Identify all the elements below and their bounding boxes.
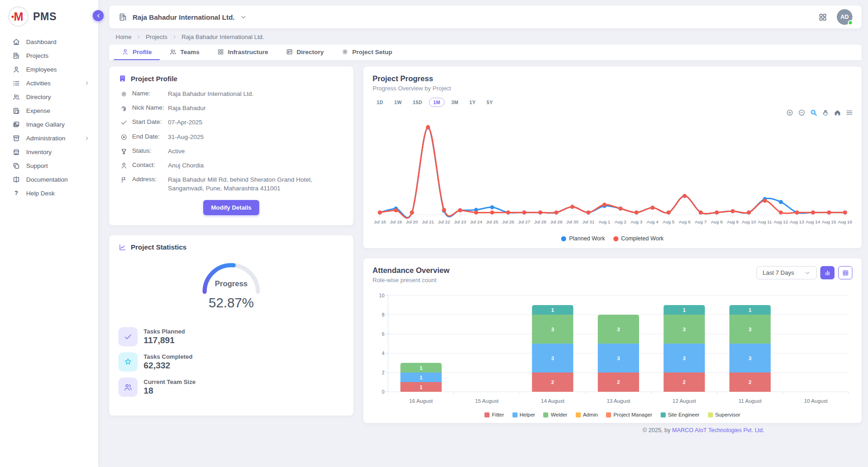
pan-icon[interactable] [822,109,829,117]
zoom-in-icon[interactable] [786,109,794,117]
legend-label: Helper [520,412,535,417]
svg-text:16 August: 16 August [409,398,433,404]
sidebar-item-projects[interactable]: Projects [0,49,98,62]
gauge-label: Progress [215,279,248,288]
attendance-range-select[interactable]: Last 7 Days [757,266,817,279]
tab-profile[interactable]: Profile [114,44,160,60]
field-value: Anuj Chordia [168,161,204,170]
svg-text:Aug 2: Aug 2 [615,219,627,224]
person-icon [120,162,128,169]
project-progress-subtitle: Progress Overview by Project [373,85,852,92]
fingerprint-icon [120,105,128,112]
sidebar-item-image-gallary[interactable]: Image Gallary [0,117,98,131]
breadcrumb-item-home[interactable]: Home [116,33,132,40]
project-progress-card: Project Progress Progress Overview by Pr… [363,67,862,248]
legend-completed-work[interactable]: Completed Work [613,235,664,242]
legend-fitter[interactable]: Fitter [484,412,504,417]
legend-admin[interactable]: Admin [576,412,598,417]
legend-dot [613,236,618,241]
sidebar-item-label: Inventory [26,149,52,156]
footer-text: © 2025, by [643,427,672,434]
tab-label: Profile [133,49,152,56]
bar-view-button[interactable] [820,266,835,279]
field-value: 07-Apr-2025 [168,118,202,127]
sidebar-item-label: Administration [26,135,66,142]
field-value: Raja Bahadur Mill Rd, behind Sheraton Gr… [168,176,338,192]
modify-details-button[interactable]: Modify Details [203,200,259,215]
legend-welder[interactable]: Welder [543,412,567,417]
footer-link[interactable]: MARCO AIoT Technologies Pvt. Ltd. [672,427,764,434]
svg-text:1: 1 [683,307,685,313]
app-name: PMS [33,11,56,23]
svg-text:1: 1 [420,384,423,390]
svg-text:Jul 19: Jul 19 [390,219,402,224]
breadcrumb-item-projects[interactable]: Projects [146,33,167,40]
svg-text:Jul 24: Jul 24 [470,219,483,224]
chevron-down-icon [804,270,811,276]
sidebar-item-expense[interactable]: Expense [0,104,98,117]
range-button-15d[interactable]: 15D [409,98,426,107]
chevron-right-icon [84,80,90,86]
footer: © 2025, by MARCO AIoT Technologies Pvt. … [363,423,862,434]
range-button-1y[interactable]: 1Y [465,98,480,107]
sidebar-item-inventory[interactable]: Inventory [0,145,98,159]
svg-text:Aug 16: Aug 16 [838,219,852,224]
range-button-1d[interactable]: 1D [373,98,387,107]
range-button-3m[interactable]: 3M [447,98,462,107]
zoom-out-icon[interactable] [798,109,806,117]
sidebar-item-activities[interactable]: Activities [0,76,98,90]
app-grid-icon[interactable] [818,12,828,22]
reset-zoom-icon[interactable] [834,109,841,117]
sidebar: M PMS DashboardProjectsEmployeesActiviti… [0,0,98,467]
legend-supervisor[interactable]: Supervisor [708,412,740,417]
field-label: Name: [132,90,168,97]
legend-label: Welder [551,412,567,417]
range-button-1w[interactable]: 1W [390,98,406,107]
svg-text:2: 2 [551,379,554,385]
sidebar-item-help-desk[interactable]: ?Help Desk [0,186,98,200]
tab-project-setup[interactable]: Project Setup [334,44,400,60]
sidebar-item-documentation[interactable]: Documentation [0,172,98,186]
people-icon [12,93,20,101]
sidebar-item-employees[interactable]: Employees [0,62,98,76]
sidebar-item-dashboard[interactable]: Dashboard [0,35,98,49]
svg-text:3: 3 [617,356,620,361]
range-button-5y[interactable]: 5Y [483,98,497,107]
svg-text:11 August: 11 August [739,398,762,404]
project-statistics-card: Project Statistics Progress 52.87% [109,235,353,416]
tab-label: Teams [180,49,200,56]
profile-field-nick-name: Nick Name:Raja Bahadur [118,104,344,112]
svg-text:Jul 25: Jul 25 [486,219,499,224]
svg-text:2: 2 [382,370,384,375]
table-view-button[interactable] [838,266,852,279]
legend-project-manager[interactable]: Project Manager [606,412,652,417]
sidebar-item-directory[interactable]: Directory [0,90,98,104]
legend-label: Site Engineer [668,412,700,417]
legend-helper[interactable]: Helper [512,412,535,417]
avatar-initials: AD [840,14,849,20]
tab-teams[interactable]: Teams [161,44,207,60]
company-selector[interactable]: Raja Bahadur International Ltd. [118,12,247,22]
sidebar-item-administration[interactable]: Administration [0,131,98,145]
tab-directory[interactable]: Directory [278,44,332,60]
chart-menu-icon[interactable] [846,109,853,117]
breadcrumb-item-raja-bahadur-international-ltd: Raja Bahadur International Ltd. [182,33,264,40]
selection-zoom-icon[interactable] [810,109,818,117]
breadcrumb-separator-icon [136,34,142,40]
tab-infrastructure[interactable]: Infrastructure [209,44,276,60]
profile-field-name: Name:Raja Bahadur International Ltd. [118,90,344,98]
sidebar-collapse-button[interactable] [93,10,104,21]
company-name: Raja Bahadur International Ltd. [133,13,235,21]
stat-label: Tasks Completed [144,353,193,360]
user-avatar[interactable]: AD [837,9,852,25]
legend-site-engineer[interactable]: Site Engineer [661,412,700,417]
legend-swatch [606,412,611,417]
range-button-1m[interactable]: 1M [429,98,444,107]
idcard-icon [286,48,293,56]
svg-text:Aug 8: Aug 8 [711,219,723,224]
bar-chart-legend: FitterHelperWelderAdminProject ManagerSi… [373,412,852,417]
field-value: Active [168,147,185,156]
legend-swatch [576,412,581,417]
sidebar-item-support[interactable]: Support [0,159,98,172]
legend-planned-work[interactable]: Planned Work [561,235,605,242]
